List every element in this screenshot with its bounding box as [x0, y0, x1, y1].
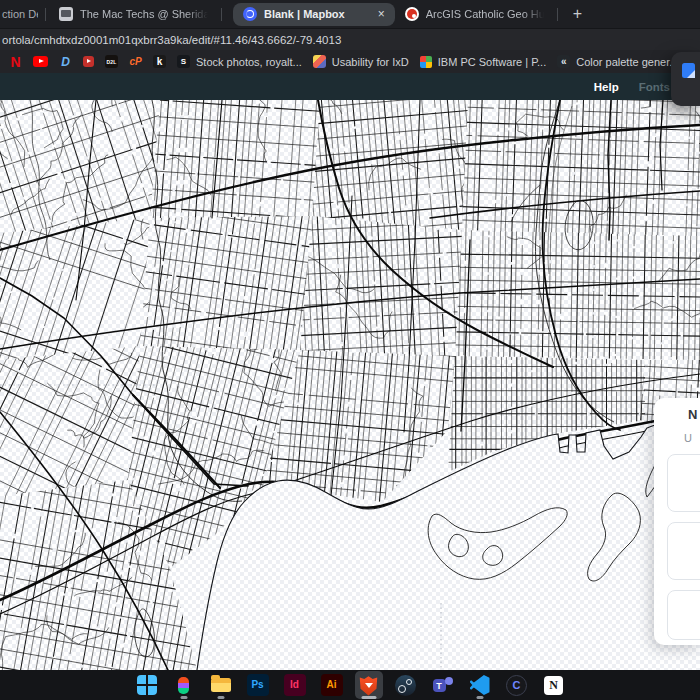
tab-label: ArcGIS Catholic Geo Hub - Brave Sea: [426, 8, 544, 20]
cinema4d-taskbar-button[interactable]: C: [503, 671, 531, 699]
notion-icon-text: N: [549, 679, 558, 691]
river-path: [548, 106, 572, 274]
notion-taskbar-button[interactable]: N: [540, 671, 568, 699]
desktop-screen: ction Des The Mac Techs @ Sheridan :: La…: [0, 0, 700, 700]
ibm-pc-icon: [420, 56, 432, 68]
blue-document-icon: [682, 63, 695, 78]
youtube-icon: [33, 56, 48, 67]
indesign-taskbar-button[interactable]: Id: [281, 671, 309, 699]
bookmark-red-play[interactable]: [83, 56, 94, 67]
running-indicator: [217, 696, 224, 699]
bookmarks-bar: Stock photos, royalt...Usability for IxD…: [0, 50, 700, 73]
brave-icon: [359, 675, 378, 696]
vscode-taskbar-button[interactable]: [466, 671, 494, 699]
cpanel-icon: [129, 55, 142, 68]
side-panel-card[interactable]: [667, 454, 700, 512]
stock-photos-icon: [177, 55, 190, 68]
url-text: ortola/cmhdtxdz0001m01qxbrr3a9ka/edit/#1…: [2, 34, 341, 46]
kijiji-icon: [153, 55, 166, 68]
indesign-icon-text: Id: [290, 680, 299, 690]
tab-partial-label: ction Des: [2, 8, 38, 20]
vscode-icon: [470, 675, 490, 695]
steam-icon: [395, 675, 416, 696]
new-tab-button[interactable]: +: [565, 5, 590, 23]
tab-partial[interactable]: ction Des: [0, 8, 38, 20]
side-panel: N U: [654, 398, 700, 645]
tab-label: The Mac Techs @ Sheridan :: Laser Fil: [80, 8, 208, 20]
photoshop-taskbar-button[interactable]: Ps: [244, 671, 272, 699]
figma-taskbar-button[interactable]: [170, 671, 198, 699]
map-area[interactable]: N U: [0, 100, 700, 670]
tab-label: Blank | Mapbox: [264, 8, 345, 20]
tab-separator: [221, 8, 222, 21]
bookmark-kijiji[interactable]: [153, 55, 166, 68]
color-palette-icon: [557, 55, 570, 68]
major-road: [608, 100, 611, 240]
photoshop-icon-text: Ps: [251, 680, 263, 690]
arcgis-favicon-icon: [405, 7, 419, 21]
browser-tab-bar: ction Des The Mac Techs @ Sheridan :: La…: [0, 0, 700, 28]
running-indicator: [476, 696, 483, 699]
illustrator-taskbar-button[interactable]: Ai: [318, 671, 346, 699]
side-panel-heading: N: [688, 407, 700, 422]
bookmark-stock-photos[interactable]: Stock photos, royalt...: [177, 55, 302, 68]
teams-taskbar-button[interactable]: [429, 671, 457, 699]
netflix-icon: [9, 55, 22, 68]
street-grid: [0, 100, 245, 336]
bookmark-ibm-pc[interactable]: IBM PC Software | P...: [420, 56, 546, 68]
address-bar[interactable]: ortola/cmhdtxdz0001m01qxbrr3a9ka/edit/#1…: [0, 28, 700, 50]
tab-separator: [557, 8, 558, 21]
tab-mapbox-active[interactable]: Blank | Mapbox ×: [233, 3, 395, 26]
bookmark-youtube[interactable]: [33, 56, 48, 67]
bookmark-label: Usability for IxD: [332, 56, 409, 68]
disney-plus-icon: [59, 55, 72, 68]
teams-icon: [432, 675, 454, 695]
windows-start-icon: [137, 675, 157, 695]
steam-taskbar-button[interactable]: [392, 671, 420, 699]
map-canvas[interactable]: [0, 100, 700, 670]
mapbox-favicon-icon: [243, 7, 257, 21]
cinema4d-icon-text: C: [513, 680, 521, 691]
illustrator-icon-text: Ai: [327, 680, 337, 690]
major-road: [660, 100, 663, 190]
mapbox-studio-header: Help Fonts: [0, 73, 700, 100]
side-panel-card[interactable]: [667, 590, 700, 640]
bookmark-disney-plus[interactable]: [59, 55, 72, 68]
bookmark-d2l[interactable]: [105, 55, 118, 68]
bookmark-netflix[interactable]: [9, 55, 22, 68]
file-explorer-icon: [211, 678, 231, 692]
figma-icon: [178, 677, 189, 694]
help-link[interactable]: Help: [594, 81, 619, 93]
bookmark-cpanel[interactable]: [129, 55, 142, 68]
browser-popup-card[interactable]: [671, 52, 700, 106]
street-grid: [87, 100, 379, 313]
major-road: [0, 279, 700, 349]
file-explorer-taskbar-button[interactable]: [207, 671, 235, 699]
bookmark-usability-ixd[interactable]: Usability for IxD: [313, 55, 409, 68]
fonts-link[interactable]: Fonts: [639, 81, 670, 93]
side-panel-subheading: U: [684, 432, 700, 444]
windows-taskbar: PsIdAiCN: [0, 670, 700, 700]
lake-fill: [197, 408, 700, 670]
tab-close-icon[interactable]: ×: [378, 7, 385, 21]
notion-icon: N: [544, 676, 563, 695]
running-indicator: [361, 696, 376, 699]
brave-taskbar-button[interactable]: [355, 671, 383, 699]
windows-start-taskbar-button[interactable]: [133, 671, 161, 699]
bookmark-label: Stock photos, royalt...: [196, 56, 302, 68]
d2l-icon: [105, 55, 118, 68]
major-road: [133, 395, 220, 488]
mac-techs-favicon-icon: [59, 7, 73, 21]
cinema4d-icon: C: [506, 675, 527, 696]
bookmark-color-palette[interactable]: Color palette gener...: [557, 55, 678, 68]
bookmark-label: IBM PC Software | P...: [438, 56, 546, 68]
tab-mac-techs[interactable]: The Mac Techs @ Sheridan :: Laser Fil: [53, 0, 214, 28]
running-indicator: [180, 696, 187, 699]
side-panel-card[interactable]: [667, 522, 700, 580]
bookmark-label: Color palette gener...: [576, 56, 678, 68]
illustrator-icon: Ai: [321, 674, 343, 696]
water-feature-outline: [135, 609, 155, 657]
indesign-icon: Id: [284, 674, 306, 696]
usability-ixd-icon: [313, 55, 326, 68]
tab-arcgis[interactable]: ArcGIS Catholic Geo Hub - Brave Sea: [399, 0, 550, 28]
